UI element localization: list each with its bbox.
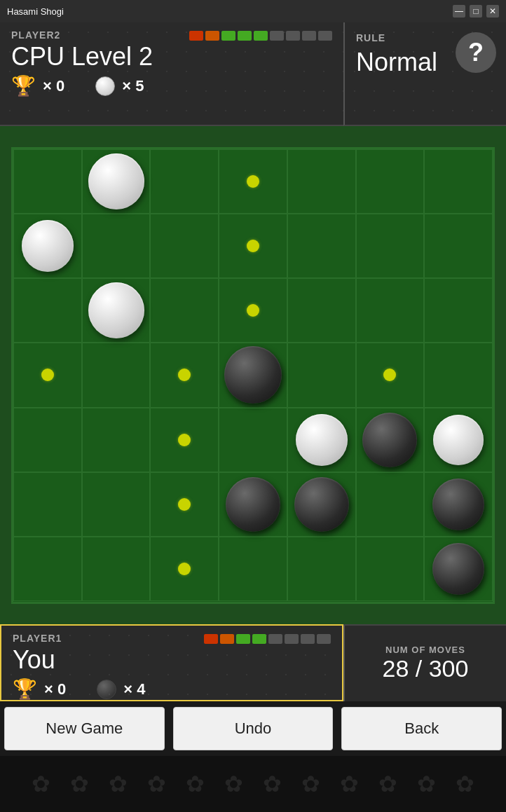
board-cell-5-1[interactable]	[82, 472, 151, 537]
progress-seg-2	[205, 31, 219, 41]
board-cell-6-0[interactable]	[13, 537, 82, 601]
flower-icon-8: ✿	[301, 771, 320, 797]
board-cell-5-6[interactable]	[424, 472, 493, 537]
board-cell-4-1[interactable]	[82, 408, 151, 472]
player2-progress	[189, 31, 332, 41]
move-indicator-dot[interactable]	[178, 563, 191, 575]
progress-seg-7	[286, 31, 300, 41]
piece-white-4[interactable]	[296, 414, 348, 466]
board-cell-6-4[interactable]	[287, 537, 356, 601]
board-cell-3-2[interactable]	[150, 343, 219, 407]
moves-value: 28 / 300	[383, 655, 469, 682]
board-cell-2-3[interactable]	[219, 278, 287, 343]
player1-stats: 🏆 × 0 × 4	[1, 675, 342, 701]
undo-button[interactable]: Undo	[173, 707, 334, 750]
board-cell-6-2[interactable]	[150, 537, 219, 601]
move-indicator-dot[interactable]	[247, 240, 259, 252]
board-cell-1-5[interactable]	[356, 214, 425, 278]
board-cell-5-0[interactable]	[13, 472, 82, 537]
back-button[interactable]: Back	[341, 707, 502, 750]
piece-black-7[interactable]	[226, 477, 280, 532]
board-cell-2-0[interactable]	[13, 278, 82, 343]
move-indicator-dot[interactable]	[178, 369, 191, 381]
board-cell-1-1[interactable]	[82, 214, 151, 278]
player1-progress	[204, 634, 331, 644]
board-cell-0-1[interactable]	[82, 149, 151, 214]
board-cell-4-5[interactable]	[356, 408, 425, 472]
board-cell-4-6[interactable]	[424, 408, 493, 472]
board-cell-0-3[interactable]	[219, 149, 287, 214]
board-cell-3-1[interactable]	[82, 343, 151, 407]
bottom-panels: PLAYER1 You 🏆 × 0 × 4 NUM OF MOVES 28 / …	[0, 624, 506, 701]
progress-seg-6	[270, 31, 284, 41]
new-game-button[interactable]: New Game	[4, 707, 165, 750]
progress-seg-4	[238, 31, 252, 41]
board-cell-3-5[interactable]	[356, 343, 425, 407]
flower-icon-9: ✿	[340, 771, 359, 797]
board-cell-1-6[interactable]	[424, 214, 493, 278]
board-cell-0-2[interactable]	[150, 149, 219, 214]
piece-white-6[interactable]	[433, 415, 484, 465]
piece-black-3[interactable]	[224, 346, 282, 404]
player1-piece-icon	[97, 680, 116, 699]
board-cell-2-2[interactable]	[150, 278, 219, 343]
flower-icon-3: ✿	[109, 771, 128, 797]
move-indicator-dot[interactable]	[41, 369, 54, 381]
player2-trophy-icon: 🏆	[11, 74, 36, 97]
footer: ✿ ✿ ✿ ✿ ✿ ✿ ✿ ✿ ✿ ✿ ✿ ✿	[0, 756, 506, 812]
board-cell-2-1[interactable]	[82, 278, 151, 343]
board-cell-4-3[interactable]	[219, 408, 287, 472]
close-button[interactable]: ✕	[486, 5, 499, 18]
board-cell-3-4[interactable]	[287, 343, 356, 407]
help-button[interactable]: ?	[456, 32, 496, 73]
maximize-button[interactable]: □	[470, 5, 482, 18]
piece-black-10[interactable]	[432, 543, 484, 595]
minimize-button[interactable]: —	[453, 5, 465, 18]
player1-panel: PLAYER1 You 🏆 × 0 × 4	[0, 624, 343, 701]
board-cell-0-5[interactable]	[356, 149, 425, 214]
move-indicator-dot[interactable]	[178, 434, 191, 446]
piece-black-9[interactable]	[432, 479, 484, 530]
board-cell-0-0[interactable]	[13, 149, 82, 214]
board-cell-3-0[interactable]	[13, 343, 82, 407]
board-cell-5-5[interactable]	[356, 472, 425, 537]
move-indicator-dot[interactable]	[383, 369, 396, 381]
board-cell-0-6[interactable]	[424, 149, 493, 214]
board-cell-5-2[interactable]	[150, 472, 219, 537]
move-indicator-dot[interactable]	[247, 304, 259, 317]
board-cell-5-4[interactable]	[287, 472, 356, 537]
player2-name: CPU Level 2	[0, 42, 343, 71]
flower-icon-7: ✿	[263, 771, 282, 797]
board-cell-4-4[interactable]	[287, 408, 356, 472]
board-cell-6-5[interactable]	[356, 537, 425, 601]
game-board[interactable]	[11, 147, 495, 604]
move-indicator-dot[interactable]	[247, 175, 259, 188]
board-cell-6-1[interactable]	[82, 537, 151, 601]
board-cell-0-4[interactable]	[287, 149, 356, 214]
piece-white-1[interactable]	[22, 220, 74, 272]
move-indicator-dot[interactable]	[178, 498, 191, 511]
board-container	[0, 126, 506, 624]
progress-seg-9	[318, 31, 332, 41]
piece-white-0[interactable]	[88, 153, 144, 209]
board-cell-3-6[interactable]	[424, 343, 493, 407]
board-cell-5-3[interactable]	[219, 472, 287, 537]
p1-progress-seg-7	[301, 634, 315, 644]
board-cell-6-6[interactable]	[424, 537, 493, 601]
board-cell-6-3[interactable]	[219, 537, 287, 601]
board-cell-4-0[interactable]	[13, 408, 82, 472]
board-cell-1-0[interactable]	[13, 214, 82, 278]
piece-black-8[interactable]	[294, 477, 349, 532]
board-cell-2-5[interactable]	[356, 278, 425, 343]
piece-white-2[interactable]	[88, 282, 144, 338]
board-cell-1-4[interactable]	[287, 214, 356, 278]
window-controls: — □ ✕	[453, 5, 499, 18]
board-cell-1-3[interactable]	[219, 214, 287, 278]
flower-icon-1: ✿	[32, 771, 50, 797]
board-cell-1-2[interactable]	[150, 214, 219, 278]
piece-black-5[interactable]	[362, 413, 417, 467]
board-cell-2-4[interactable]	[287, 278, 356, 343]
board-cell-2-6[interactable]	[424, 278, 493, 343]
board-cell-4-2[interactable]	[150, 408, 219, 472]
board-cell-3-3[interactable]	[219, 343, 287, 407]
